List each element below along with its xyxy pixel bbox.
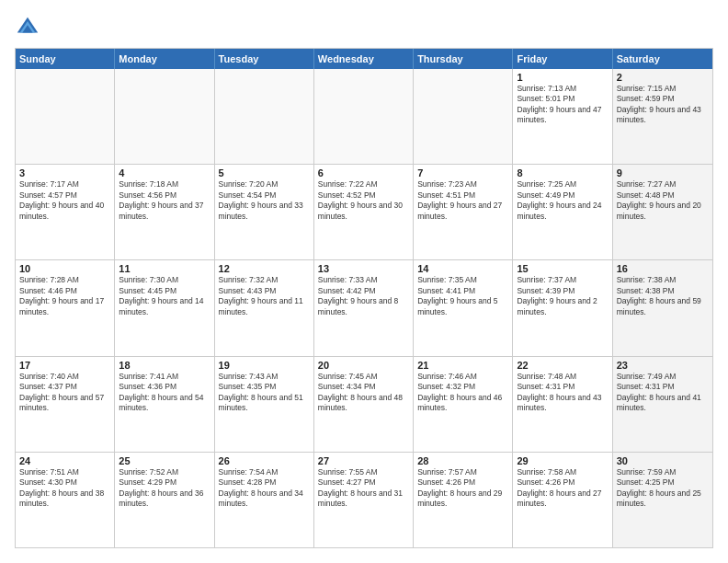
empty-cell	[414, 69, 513, 164]
logo	[15, 15, 44, 40]
header-day-sunday: Sunday	[16, 49, 115, 69]
page: SundayMondayTuesdayWednesdayThursdayFrid…	[0, 0, 728, 563]
day-cell-30: 30Sunrise: 7:59 AM Sunset: 4:25 PM Dayli…	[613, 453, 712, 547]
empty-cell	[115, 69, 214, 164]
day-info: Sunrise: 7:23 AM Sunset: 4:51 PM Dayligh…	[417, 179, 508, 222]
day-cell-21: 21Sunrise: 7:46 AM Sunset: 4:32 PM Dayli…	[414, 357, 513, 452]
day-number: 24	[19, 455, 110, 466]
day-cell-13: 13Sunrise: 7:33 AM Sunset: 4:42 PM Dayli…	[314, 260, 414, 355]
day-cell-15: 15Sunrise: 7:37 AM Sunset: 4:39 PM Dayli…	[513, 260, 612, 355]
header-day-saturday: Saturday	[613, 49, 712, 69]
day-info: Sunrise: 7:20 AM Sunset: 4:54 PM Dayligh…	[219, 179, 310, 222]
day-info: Sunrise: 7:17 AM Sunset: 4:57 PM Dayligh…	[19, 179, 110, 222]
day-number: 17	[19, 360, 110, 371]
day-number: 19	[219, 360, 310, 371]
day-cell-25: 25Sunrise: 7:52 AM Sunset: 4:29 PM Dayli…	[115, 453, 214, 547]
day-info: Sunrise: 7:28 AM Sunset: 4:46 PM Dayligh…	[19, 275, 110, 317]
day-cell-5: 5Sunrise: 7:20 AM Sunset: 4:54 PM Daylig…	[215, 165, 314, 259]
day-cell-14: 14Sunrise: 7:35 AM Sunset: 4:41 PM Dayli…	[414, 260, 513, 355]
day-info: Sunrise: 7:22 AM Sunset: 4:52 PM Dayligh…	[318, 179, 409, 222]
day-number: 26	[219, 455, 310, 466]
logo-icon	[15, 15, 40, 40]
calendar-row-4: 24Sunrise: 7:51 AM Sunset: 4:30 PM Dayli…	[16, 452, 712, 547]
day-info: Sunrise: 7:48 AM Sunset: 4:31 PM Dayligh…	[517, 372, 608, 414]
day-number: 27	[318, 455, 409, 466]
day-cell-23: 23Sunrise: 7:49 AM Sunset: 4:31 PM Dayli…	[613, 357, 712, 452]
day-cell-26: 26Sunrise: 7:54 AM Sunset: 4:28 PM Dayli…	[215, 453, 314, 547]
calendar-header: SundayMondayTuesdayWednesdayThursdayFrid…	[16, 49, 712, 69]
day-number: 4	[119, 167, 210, 178]
day-cell-11: 11Sunrise: 7:30 AM Sunset: 4:45 PM Dayli…	[115, 260, 214, 355]
day-number: 30	[617, 455, 709, 466]
day-info: Sunrise: 7:38 AM Sunset: 4:38 PM Dayligh…	[617, 275, 709, 317]
day-number: 7	[417, 167, 508, 178]
empty-cell	[16, 69, 115, 164]
day-number: 8	[517, 167, 608, 178]
day-info: Sunrise: 7:55 AM Sunset: 4:27 PM Dayligh…	[318, 467, 409, 510]
day-info: Sunrise: 7:43 AM Sunset: 4:35 PM Dayligh…	[219, 372, 310, 414]
day-cell-20: 20Sunrise: 7:45 AM Sunset: 4:34 PM Dayli…	[314, 357, 414, 452]
header	[15, 15, 713, 40]
day-info: Sunrise: 7:45 AM Sunset: 4:34 PM Dayligh…	[318, 372, 409, 414]
day-cell-9: 9Sunrise: 7:27 AM Sunset: 4:48 PM Daylig…	[613, 165, 712, 259]
day-number: 29	[517, 455, 608, 466]
day-info: Sunrise: 7:46 AM Sunset: 4:32 PM Dayligh…	[417, 372, 508, 414]
calendar-row-2: 10Sunrise: 7:28 AM Sunset: 4:46 PM Dayli…	[16, 259, 712, 355]
day-cell-24: 24Sunrise: 7:51 AM Sunset: 4:30 PM Dayli…	[16, 453, 115, 547]
day-cell-7: 7Sunrise: 7:23 AM Sunset: 4:51 PM Daylig…	[414, 165, 513, 259]
day-cell-18: 18Sunrise: 7:41 AM Sunset: 4:36 PM Dayli…	[115, 357, 214, 452]
day-number: 15	[517, 263, 608, 274]
day-info: Sunrise: 7:32 AM Sunset: 4:43 PM Dayligh…	[219, 275, 310, 317]
header-day-wednesday: Wednesday	[314, 49, 414, 69]
day-info: Sunrise: 7:57 AM Sunset: 4:26 PM Dayligh…	[417, 467, 508, 510]
day-cell-12: 12Sunrise: 7:32 AM Sunset: 4:43 PM Dayli…	[215, 260, 314, 355]
header-day-friday: Friday	[513, 49, 612, 69]
calendar-row-1: 3Sunrise: 7:17 AM Sunset: 4:57 PM Daylig…	[16, 164, 712, 259]
day-number: 21	[417, 360, 508, 371]
day-info: Sunrise: 7:35 AM Sunset: 4:41 PM Dayligh…	[417, 275, 508, 317]
day-number: 3	[19, 167, 110, 178]
day-info: Sunrise: 7:18 AM Sunset: 4:56 PM Dayligh…	[119, 179, 210, 222]
day-number: 22	[517, 360, 608, 371]
day-info: Sunrise: 7:51 AM Sunset: 4:30 PM Dayligh…	[19, 467, 110, 510]
day-cell-16: 16Sunrise: 7:38 AM Sunset: 4:38 PM Dayli…	[613, 260, 712, 355]
header-day-thursday: Thursday	[414, 49, 513, 69]
calendar-row-3: 17Sunrise: 7:40 AM Sunset: 4:37 PM Dayli…	[16, 356, 712, 452]
day-number: 2	[617, 72, 709, 83]
day-cell-22: 22Sunrise: 7:48 AM Sunset: 4:31 PM Dayli…	[513, 357, 612, 452]
empty-cell	[314, 69, 414, 164]
day-number: 11	[119, 263, 210, 274]
day-cell-8: 8Sunrise: 7:25 AM Sunset: 4:49 PM Daylig…	[513, 165, 612, 259]
day-info: Sunrise: 7:25 AM Sunset: 4:49 PM Dayligh…	[517, 179, 608, 222]
day-number: 9	[617, 167, 709, 178]
day-info: Sunrise: 7:33 AM Sunset: 4:42 PM Dayligh…	[318, 275, 409, 317]
day-cell-4: 4Sunrise: 7:18 AM Sunset: 4:56 PM Daylig…	[115, 165, 214, 259]
day-info: Sunrise: 7:15 AM Sunset: 4:59 PM Dayligh…	[617, 84, 709, 126]
day-info: Sunrise: 7:52 AM Sunset: 4:29 PM Dayligh…	[119, 467, 210, 510]
header-day-monday: Monday	[115, 49, 214, 69]
day-info: Sunrise: 7:54 AM Sunset: 4:28 PM Dayligh…	[219, 467, 310, 510]
day-number: 5	[219, 167, 310, 178]
day-info: Sunrise: 7:49 AM Sunset: 4:31 PM Dayligh…	[617, 372, 709, 414]
calendar-body: 1Sunrise: 7:13 AM Sunset: 5:01 PM Daylig…	[16, 69, 712, 547]
day-cell-1: 1Sunrise: 7:13 AM Sunset: 5:01 PM Daylig…	[513, 69, 612, 164]
day-number: 10	[19, 263, 110, 274]
day-cell-29: 29Sunrise: 7:58 AM Sunset: 4:26 PM Dayli…	[513, 453, 612, 547]
calendar: SundayMondayTuesdayWednesdayThursdayFrid…	[15, 48, 713, 548]
day-cell-3: 3Sunrise: 7:17 AM Sunset: 4:57 PM Daylig…	[16, 165, 115, 259]
day-cell-17: 17Sunrise: 7:40 AM Sunset: 4:37 PM Dayli…	[16, 357, 115, 452]
day-cell-19: 19Sunrise: 7:43 AM Sunset: 4:35 PM Dayli…	[215, 357, 314, 452]
day-info: Sunrise: 7:40 AM Sunset: 4:37 PM Dayligh…	[19, 372, 110, 414]
day-number: 14	[417, 263, 508, 274]
day-cell-2: 2Sunrise: 7:15 AM Sunset: 4:59 PM Daylig…	[613, 69, 712, 164]
day-number: 23	[617, 360, 709, 371]
day-cell-27: 27Sunrise: 7:55 AM Sunset: 4:27 PM Dayli…	[314, 453, 414, 547]
day-number: 12	[219, 263, 310, 274]
calendar-row-0: 1Sunrise: 7:13 AM Sunset: 5:01 PM Daylig…	[16, 69, 712, 164]
day-cell-10: 10Sunrise: 7:28 AM Sunset: 4:46 PM Dayli…	[16, 260, 115, 355]
day-number: 6	[318, 167, 409, 178]
day-info: Sunrise: 7:37 AM Sunset: 4:39 PM Dayligh…	[517, 275, 608, 317]
day-info: Sunrise: 7:30 AM Sunset: 4:45 PM Dayligh…	[119, 275, 210, 317]
day-info: Sunrise: 7:59 AM Sunset: 4:25 PM Dayligh…	[617, 467, 709, 510]
empty-cell	[215, 69, 314, 164]
